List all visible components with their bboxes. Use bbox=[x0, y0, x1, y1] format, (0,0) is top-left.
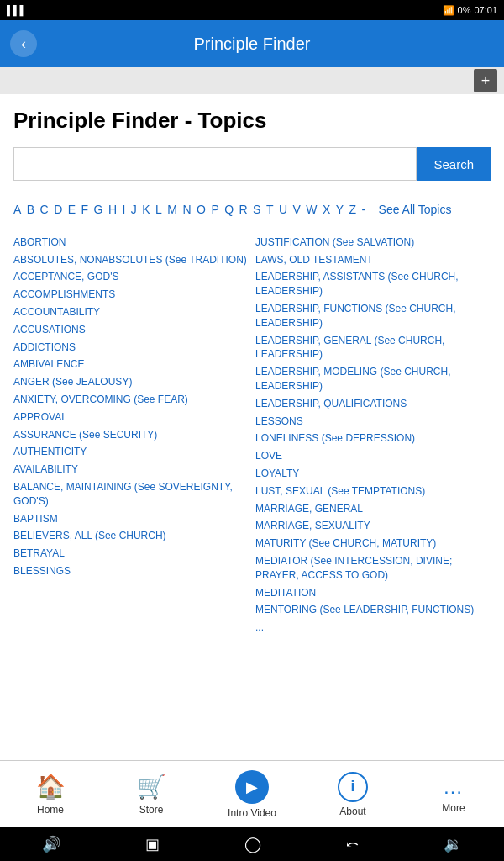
home-icon: 🏠 bbox=[36, 773, 66, 800]
alpha-x[interactable]: X bbox=[323, 202, 332, 216]
alpha-p[interactable]: P bbox=[211, 202, 220, 216]
list-item[interactable]: ACCOMPLISHMENTS bbox=[13, 288, 249, 302]
list-item[interactable]: BLESSINGS bbox=[13, 564, 249, 578]
list-item[interactable]: ABORTION bbox=[13, 235, 249, 250]
page-title: Principle Finder bbox=[37, 34, 467, 54]
alpha-y[interactable]: Y bbox=[336, 202, 345, 216]
list-item[interactable]: BALANCE, MAINTAINING (See SOVEREIGNTY, G… bbox=[13, 480, 249, 509]
list-item[interactable]: LONELINESS (See DEPRESSION) bbox=[255, 431, 491, 446]
more-label: More bbox=[442, 802, 465, 814]
bottom-nav: 🏠 Home 🛒 Store ▶ Intro Video i About … M… bbox=[0, 760, 504, 827]
volume-up-button[interactable]: 🔉 bbox=[444, 835, 462, 853]
see-all-topics-link[interactable]: See All Topics bbox=[379, 203, 452, 216]
alpha-k[interactable]: K bbox=[142, 202, 151, 216]
list-item[interactable]: ADDICTIONS bbox=[13, 341, 249, 355]
list-item[interactable]: AVAILABILITY bbox=[13, 462, 249, 477]
list-item[interactable]: LOVE bbox=[255, 449, 491, 463]
back-system-button[interactable]: ⤺ bbox=[346, 835, 359, 853]
store-icon: 🛒 bbox=[137, 773, 166, 800]
list-item[interactable]: MARRIAGE, SEXUALITY bbox=[255, 519, 491, 533]
alpha-g[interactable]: G bbox=[94, 202, 105, 216]
nav-about[interactable]: i About bbox=[302, 761, 403, 827]
list-item[interactable]: JUSTIFICATION (See SALVATION) bbox=[255, 235, 491, 250]
volume-down-button[interactable]: 🔊 bbox=[42, 835, 60, 853]
alphabet-nav: A B C D E F G H I J K L M N O P Q R S T … bbox=[13, 198, 491, 222]
nav-more[interactable]: … More bbox=[403, 761, 504, 827]
list-item[interactable]: ANGER (See JEALOUSY) bbox=[13, 375, 249, 389]
alpha-t[interactable]: T bbox=[266, 202, 276, 216]
list-item[interactable]: AMBIVALENCE bbox=[13, 357, 249, 372]
search-input[interactable] bbox=[13, 147, 417, 181]
alpha-u[interactable]: U bbox=[279, 202, 289, 216]
recent-apps-button[interactable]: ▣ bbox=[145, 835, 160, 853]
list-item[interactable]: LESSONS bbox=[255, 415, 491, 429]
list-item[interactable]: ASSURANCE (See SECURITY) bbox=[13, 428, 249, 442]
search-button[interactable]: Search bbox=[417, 147, 491, 181]
alpha-m[interactable]: M bbox=[167, 202, 179, 216]
battery-text: 0% bbox=[458, 5, 471, 15]
status-bar: ▌▌▌ 📶 0% 07:01 bbox=[0, 0, 504, 20]
list-item[interactable]: ABSOLUTES, NONABSOLUTES (See TRADITION) bbox=[13, 253, 249, 267]
alpha-r[interactable]: R bbox=[239, 202, 249, 216]
alpha-q[interactable]: Q bbox=[224, 202, 235, 216]
alpha-c[interactable]: C bbox=[40, 202, 50, 216]
about-label: About bbox=[339, 806, 365, 817]
nav-intro-video[interactable]: ▶ Intro Video bbox=[202, 761, 302, 827]
list-item[interactable]: ACCUSATIONS bbox=[13, 323, 249, 337]
list-item[interactable]: MATURITY (See CHURCH, MATURITY) bbox=[255, 536, 491, 551]
list-item[interactable]: LAWS, OLD TESTAMENT bbox=[255, 253, 491, 267]
alpha-n[interactable]: N bbox=[182, 202, 192, 216]
list-item[interactable]: APPROVAL bbox=[13, 410, 249, 425]
list-item[interactable]: LOYALTY bbox=[255, 467, 491, 481]
topics-columns: ABORTIONABSOLUTES, NONABSOLUTES (See TRA… bbox=[13, 235, 491, 635]
alpha-i[interactable]: I bbox=[122, 202, 127, 216]
alpha-h[interactable]: H bbox=[108, 202, 118, 216]
list-item[interactable]: LEADERSHIP, GENERAL (See CHURCH, LEADERS… bbox=[255, 334, 491, 362]
nav-home[interactable]: 🏠 Home bbox=[0, 761, 101, 827]
alpha-dash: - bbox=[362, 202, 368, 216]
home-system-button[interactable]: ◯ bbox=[244, 835, 261, 853]
status-left: ▌▌▌ bbox=[7, 5, 26, 15]
signal-icon: ▌▌▌ bbox=[7, 5, 26, 15]
list-item[interactable]: BELIEVERS, ALL (See CHURCH) bbox=[13, 529, 249, 543]
topics-page-title: Principle Finder - Topics bbox=[13, 108, 491, 134]
list-item[interactable]: ACCOUNTABILITY bbox=[13, 305, 249, 320]
list-item[interactable]: LEADERSHIP, FUNCTIONS (See CHURCH, LEADE… bbox=[255, 302, 491, 330]
list-item[interactable]: BETRAYAL bbox=[13, 547, 249, 561]
list-item[interactable]: ACCEPTANCE, GOD'S bbox=[13, 270, 249, 284]
list-item[interactable]: AUTHENTICITY bbox=[13, 445, 249, 459]
store-label: Store bbox=[139, 804, 164, 816]
list-item[interactable]: LEADERSHIP, ASSISTANTS (See CHURCH, LEAD… bbox=[255, 270, 491, 298]
list-item[interactable]: LEADERSHIP, QUALIFICATIONS bbox=[255, 397, 491, 411]
list-item[interactable]: MEDIATOR (See INTERCESSION, DIVINE; PRAY… bbox=[255, 554, 491, 583]
plus-button[interactable]: + bbox=[474, 69, 497, 92]
play-icon: ▶ bbox=[235, 770, 269, 804]
alpha-f[interactable]: F bbox=[81, 202, 91, 216]
alpha-o[interactable]: O bbox=[197, 202, 207, 216]
nav-store[interactable]: 🛒 Store bbox=[101, 761, 202, 827]
alpha-j[interactable]: J bbox=[131, 202, 139, 216]
list-item[interactable]: ... bbox=[255, 621, 491, 635]
alpha-e[interactable]: E bbox=[68, 202, 77, 216]
alpha-l[interactable]: L bbox=[155, 202, 164, 216]
back-button[interactable]: ‹ bbox=[10, 30, 37, 57]
list-item[interactable]: LUST, SEXUAL (See TEMPTATIONS) bbox=[255, 484, 491, 499]
alpha-z[interactable]: Z bbox=[349, 202, 359, 216]
search-row: Search bbox=[13, 147, 491, 181]
list-item[interactable]: MEDITATION bbox=[255, 586, 491, 600]
info-icon: i bbox=[338, 772, 368, 802]
list-item[interactable]: MENTORING (See LEADERSHIP, FUNCTIONS) bbox=[255, 603, 491, 617]
alpha-v[interactable]: V bbox=[292, 202, 302, 216]
alpha-w[interactable]: W bbox=[306, 202, 318, 216]
list-item[interactable]: ANXIETY, OVERCOMING (See FEAR) bbox=[13, 393, 249, 407]
alpha-s[interactable]: S bbox=[253, 202, 262, 216]
main-content: Principle Finder - Topics Search A B C D… bbox=[0, 94, 504, 760]
alpha-a[interactable]: A bbox=[13, 202, 23, 216]
list-item[interactable]: LEADERSHIP, MODELING (See CHURCH, LEADER… bbox=[255, 365, 491, 394]
list-item[interactable]: MARRIAGE, GENERAL bbox=[255, 502, 491, 516]
system-bar: 🔊 ▣ ◯ ⤺ 🔉 bbox=[0, 827, 504, 861]
alpha-d[interactable]: D bbox=[54, 202, 64, 216]
plus-icon: + bbox=[481, 72, 491, 90]
list-item[interactable]: BAPTISM bbox=[13, 512, 249, 526]
alpha-b[interactable]: B bbox=[27, 202, 36, 216]
